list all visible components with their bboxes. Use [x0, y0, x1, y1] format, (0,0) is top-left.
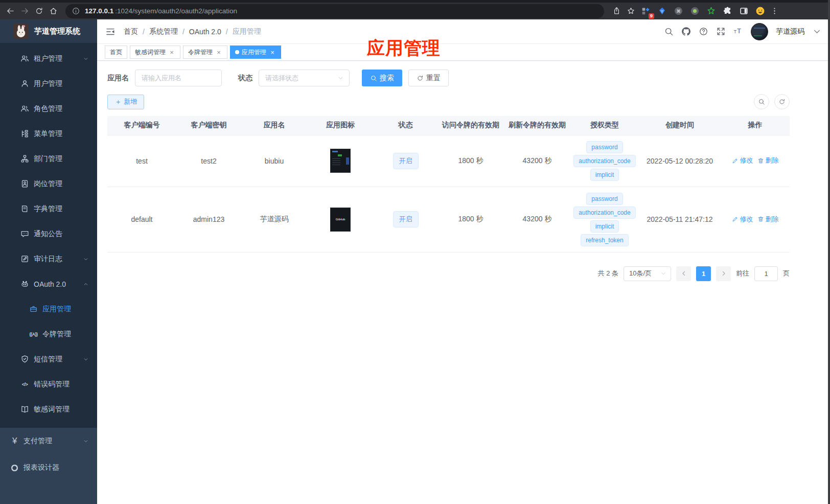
ext-split-square-icon[interactable] — [737, 4, 751, 18]
sidebar-collapse-icon[interactable] — [105, 27, 116, 37]
browser-menu-icon[interactable] — [767, 4, 781, 18]
ext-blue-gem-icon[interactable] — [655, 4, 669, 18]
tab-首页[interactable]: 首页 — [105, 45, 127, 59]
sidebar-item-sms[interactable]: 短信管理 — [0, 347, 97, 372]
cell-secret: admin123 — [176, 187, 241, 252]
column-header-create_time: 创建时间 — [639, 116, 721, 135]
browser-back-icon[interactable] — [3, 4, 17, 18]
sidebar-item-dict[interactable]: 字典管理 — [0, 196, 97, 221]
toggle-search-button[interactable] — [754, 94, 769, 109]
app-logo[interactable]: 芋道管理系统 — [0, 19, 97, 43]
status-tag: 开启 — [393, 211, 419, 227]
browser-forward-icon[interactable] — [17, 4, 32, 18]
status-select[interactable]: 请选择状态 — [259, 70, 350, 86]
close-icon[interactable]: × — [215, 49, 222, 56]
grant-type-tag: authorization_code — [573, 207, 635, 219]
edit-link[interactable]: 修改 — [732, 156, 753, 165]
ext-record-circle-icon[interactable] — [688, 4, 702, 18]
sidebar-item-label: 用户管理 — [34, 79, 62, 88]
breadcrumb-item[interactable]: 系统管理 — [149, 27, 178, 36]
users-icon — [20, 54, 29, 63]
ext-emoji-face-icon[interactable] — [753, 4, 767, 18]
sidebar-item-app[interactable]: 应用管理 — [0, 296, 97, 322]
tab-label: 令牌管理 — [188, 48, 213, 57]
edit-link[interactable]: 修改 — [732, 215, 753, 224]
token-icon: ((A)) — [29, 332, 38, 337]
add-button[interactable]: ＋ 新增 — [107, 95, 144, 109]
sidebar-item-label: 应用管理 — [42, 305, 71, 314]
sidebar-item-sensitive[interactable]: 敏感词管理 — [0, 397, 97, 422]
pagination: 共 2 条 10条/页 1 前往 页 — [107, 266, 790, 281]
next-page-button[interactable] — [716, 266, 731, 281]
refresh-icon — [417, 75, 424, 82]
sidebar-item-label: 租户管理 — [34, 54, 62, 63]
prev-page-button[interactable] — [676, 266, 691, 281]
page-1-button[interactable]: 1 — [696, 266, 711, 281]
sidebar-item-tenant[interactable]: 租户管理 — [0, 46, 97, 71]
grant-type-tag: refresh_token — [581, 234, 628, 246]
breadcrumb-item[interactable]: 首页 — [124, 27, 138, 36]
reset-button[interactable]: 重置 — [408, 70, 449, 86]
bookmark-star-icon[interactable] — [624, 4, 638, 18]
cell-access: 1800 秒 — [437, 187, 504, 252]
sidebar-item-pay[interactable]: ¥支付管理 — [0, 428, 97, 454]
sidebar-item-report[interactable]: 报表设计器 — [0, 454, 97, 481]
close-icon[interactable]: × — [168, 49, 175, 56]
site-info-icon[interactable] — [72, 7, 80, 15]
search-button[interactable]: 搜索 — [362, 70, 402, 86]
font-size-icon[interactable]: TT — [733, 27, 743, 36]
sidebar-item-dept[interactable]: 部门管理 — [0, 146, 97, 171]
url-host: 127.0.0.1 — [85, 7, 113, 15]
page-size-select[interactable]: 10条/页 — [624, 266, 671, 281]
grant-type-tag: password — [586, 141, 622, 153]
sidebar-item-errcode[interactable]: </>错误码管理 — [0, 372, 97, 397]
username[interactable]: 芋道源码 — [776, 27, 804, 36]
ext-puzzle-icon[interactable] — [721, 4, 734, 18]
sidebar-item-oauth2[interactable]: OAuth 2.0 — [0, 271, 97, 296]
tab-令牌管理[interactable]: 令牌管理× — [183, 45, 227, 59]
sidebar-item-token[interactable]: ((A))令牌管理 — [0, 322, 97, 347]
page-content: 应用名 状态 请选择状态 搜索 重置 ＋ 新 — [97, 61, 830, 504]
ext-password-grid-icon[interactable]: 9 — [639, 4, 653, 18]
sidebar-item-notice[interactable]: 通知公告 — [0, 221, 97, 246]
help-icon[interactable] — [699, 27, 708, 36]
app-name-input[interactable] — [135, 70, 222, 86]
sidebar-item-label: 错误码管理 — [34, 380, 70, 389]
navbar: 首页/系统管理/OAuth 2.0/应用管理 TT 芋道源码 — [97, 19, 830, 44]
share-icon[interactable] — [609, 4, 624, 18]
table-body: testtest2biubiu开启1800 秒43200 秒passwordau… — [107, 135, 790, 252]
address-bar[interactable]: 127.0.0.1 :1024/system/oauth2/oauth2/app… — [65, 4, 604, 18]
close-icon[interactable]: × — [269, 49, 276, 56]
ext-green-star-icon[interactable] — [704, 4, 718, 18]
browser-reload-icon[interactable] — [32, 4, 46, 18]
sidebar-item-role[interactable]: 角色管理 — [0, 96, 97, 121]
fullscreen-icon[interactable] — [716, 27, 726, 36]
search-icon — [370, 75, 377, 82]
cell-name: biubiu — [241, 135, 307, 187]
header-search-icon[interactable] — [664, 27, 674, 36]
sidebar-item-audit[interactable]: 审计日志 — [0, 246, 97, 271]
tab-label: 首页 — [110, 48, 122, 57]
sidebar-item-user[interactable]: 用户管理 — [0, 71, 97, 96]
user-caret-down-icon[interactable] — [812, 27, 822, 36]
cell-grants: passwordauthorization_codeimplicitrefres… — [570, 187, 639, 252]
delete-link[interactable]: 删除 — [757, 215, 779, 224]
app-icon-image — [330, 149, 351, 173]
goto-page-input[interactable] — [754, 266, 778, 281]
status-tag: 开启 — [393, 153, 419, 169]
github-icon[interactable] — [681, 27, 691, 36]
shield-icon — [20, 355, 29, 363]
table-refresh-button[interactable] — [774, 94, 790, 109]
ext-command-circle-icon[interactable]: ⌘ — [672, 4, 685, 18]
user-avatar[interactable] — [751, 23, 768, 40]
sidebar-item-post[interactable]: 岗位管理 — [0, 171, 97, 196]
tab-应用管理[interactable]: 应用管理× — [230, 45, 281, 59]
cell-client_id: test — [107, 135, 176, 187]
sidebar-item-label: 审计日志 — [34, 255, 62, 264]
breadcrumb-item[interactable]: OAuth 2.0 — [189, 28, 221, 36]
comment-icon — [20, 230, 29, 238]
delete-link[interactable]: 删除 — [757, 156, 779, 165]
browser-home-icon[interactable] — [46, 4, 60, 18]
sidebar-item-menu[interactable]: 菜单管理 — [0, 121, 97, 146]
tab-敏感词管理[interactable]: 敏感词管理× — [130, 45, 180, 59]
